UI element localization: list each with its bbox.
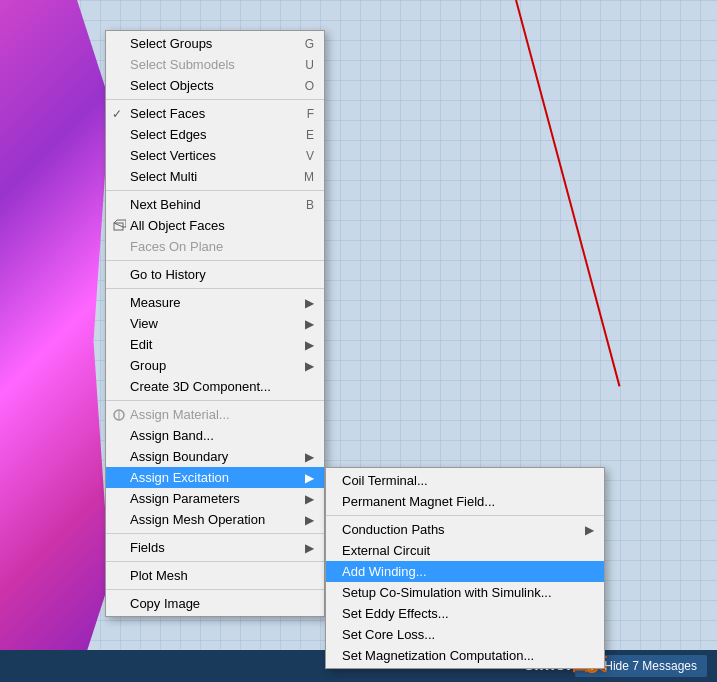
shortcut-select-objects: O <box>305 79 314 93</box>
menu-item-select-edges[interactable]: Select EdgesE <box>106 124 324 145</box>
submenu-label-external-circuit: External Circuit <box>342 543 594 558</box>
menu-item-assign-boundary[interactable]: Assign Boundary▶ <box>106 446 324 467</box>
menu-separator-sep1 <box>106 99 324 100</box>
context-menu: Select GroupsGSelect SubmodelsUSelect Ob… <box>105 30 325 617</box>
menu-item-select-groups[interactable]: Select GroupsG <box>106 33 324 54</box>
menu-item-label-all-object-faces: All Object Faces <box>130 218 314 233</box>
menu-item-assign-parameters[interactable]: Assign Parameters▶ <box>106 488 324 509</box>
menu-separator-sep7 <box>106 561 324 562</box>
arrow-icon-assign-parameters: ▶ <box>305 492 314 506</box>
arrow-icon-edit: ▶ <box>305 338 314 352</box>
submenu-label-set-core-loss: Set Core Loss... <box>342 627 594 642</box>
menu-item-label-assign-band: Assign Band... <box>130 428 314 443</box>
menu-separator-sep4 <box>106 288 324 289</box>
menu-item-edit[interactable]: Edit▶ <box>106 334 324 355</box>
menu-item-label-assign-excitation: Assign Excitation <box>130 470 305 485</box>
submenu-item-conduction-paths[interactable]: Conduction Paths▶ <box>326 519 604 540</box>
menu-item-faces-on-plane: Faces On Plane <box>106 236 324 257</box>
menu-item-label-select-groups: Select Groups <box>130 36 305 51</box>
shortcut-next-behind: B <box>306 198 314 212</box>
menu-item-measure[interactable]: Measure▶ <box>106 292 324 313</box>
menu-item-next-behind[interactable]: Next BehindB <box>106 194 324 215</box>
menu-item-label-assign-mesh-operation: Assign Mesh Operation <box>130 512 305 527</box>
menu-separator-sep5 <box>106 400 324 401</box>
arrow-icon-assign-boundary: ▶ <box>305 450 314 464</box>
arrow-icon-view: ▶ <box>305 317 314 331</box>
arrow-icon-assign-excitation: ▶ <box>305 471 314 485</box>
submenu-label-conduction-paths: Conduction Paths <box>342 522 585 537</box>
menu-item-label-select-multi: Select Multi <box>130 169 304 184</box>
submenu-item-coil-terminal[interactable]: Coil Terminal... <box>326 470 604 491</box>
menu-item-label-fields: Fields <box>130 540 305 555</box>
hide-messages-label: Hide 7 Messages <box>604 659 697 673</box>
submenu-item-set-core-loss[interactable]: Set Core Loss... <box>326 624 604 645</box>
menu-item-label-next-behind: Next Behind <box>130 197 306 212</box>
menu-item-all-object-faces[interactable]: All Object Faces <box>106 215 324 236</box>
shortcut-select-faces: F <box>307 107 314 121</box>
submenu-label-permanent-magnet-field: Permanent Magnet Field... <box>342 494 594 509</box>
shortcut-select-vertices: V <box>306 149 314 163</box>
menu-item-select-submodels: Select SubmodelsU <box>106 54 324 75</box>
shortcut-select-groups: G <box>305 37 314 51</box>
menu-item-label-assign-material: Assign Material... <box>130 407 314 422</box>
arrow-icon-group: ▶ <box>305 359 314 373</box>
menu-item-label-create-3d-component: Create 3D Component... <box>130 379 314 394</box>
menu-item-label-faces-on-plane: Faces On Plane <box>130 239 314 254</box>
submenu-separator-sep1 <box>326 515 604 516</box>
arrow-icon-measure: ▶ <box>305 296 314 310</box>
menu-item-go-to-history[interactable]: Go to History <box>106 264 324 285</box>
submenu-item-add-winding[interactable]: Add Winding... <box>326 561 604 582</box>
menu-item-select-multi[interactable]: Select MultiM <box>106 166 324 187</box>
submenu-item-set-magnetization[interactable]: Set Magnetization Computation... <box>326 645 604 666</box>
menu-item-label-select-faces: Select Faces <box>130 106 307 121</box>
menu-item-label-copy-image: Copy Image <box>130 596 314 611</box>
submenu-excitation: Coil Terminal...Permanent Magnet Field..… <box>325 467 605 669</box>
menu-item-label-select-objects: Select Objects <box>130 78 305 93</box>
menu-item-label-select-edges: Select Edges <box>130 127 306 142</box>
submenu-label-set-magnetization: Set Magnetization Computation... <box>342 648 594 663</box>
menu-item-assign-mesh-operation[interactable]: Assign Mesh Operation▶ <box>106 509 324 530</box>
menu-item-label-assign-boundary: Assign Boundary <box>130 449 305 464</box>
menu-item-view[interactable]: View▶ <box>106 313 324 334</box>
submenu-item-setup-cosim[interactable]: Setup Co-Simulation with Simulink... <box>326 582 604 603</box>
menu-item-assign-excitation[interactable]: Assign Excitation▶ <box>106 467 324 488</box>
submenu-label-coil-terminal: Coil Terminal... <box>342 473 594 488</box>
menu-item-create-3d-component[interactable]: Create 3D Component... <box>106 376 324 397</box>
menu-item-select-vertices[interactable]: Select VerticesV <box>106 145 324 166</box>
submenu-label-set-eddy-effects: Set Eddy Effects... <box>342 606 594 621</box>
menu-item-assign-band[interactable]: Assign Band... <box>106 425 324 446</box>
menu-item-select-faces[interactable]: ✓Select FacesF <box>106 103 324 124</box>
material-icon-assign-material <box>111 407 127 423</box>
menu-item-assign-material: Assign Material... <box>106 404 324 425</box>
menu-separator-sep8 <box>106 589 324 590</box>
submenu-label-add-winding: Add Winding... <box>342 564 594 579</box>
cube-icon-all-object-faces <box>111 218 127 234</box>
menu-item-label-view: View <box>130 316 305 331</box>
menu-item-fields[interactable]: Fields▶ <box>106 537 324 558</box>
menu-separator-sep2 <box>106 190 324 191</box>
arrow-icon-assign-mesh-operation: ▶ <box>305 513 314 527</box>
arrow-icon-fields: ▶ <box>305 541 314 555</box>
menu-item-label-assign-parameters: Assign Parameters <box>130 491 305 506</box>
submenu-item-permanent-magnet-field[interactable]: Permanent Magnet Field... <box>326 491 604 512</box>
menu-item-label-measure: Measure <box>130 295 305 310</box>
menu-item-label-go-to-history: Go to History <box>130 267 314 282</box>
shortcut-select-submodels: U <box>305 58 314 72</box>
menu-item-label-plot-mesh: Plot Mesh <box>130 568 314 583</box>
shortcut-select-edges: E <box>306 128 314 142</box>
submenu-item-set-eddy-effects[interactable]: Set Eddy Effects... <box>326 603 604 624</box>
menu-item-label-group: Group <box>130 358 305 373</box>
menu-separator-sep3 <box>106 260 324 261</box>
submenu-item-external-circuit[interactable]: External Circuit <box>326 540 604 561</box>
menu-separator-sep6 <box>106 533 324 534</box>
menu-item-label-select-submodels: Select Submodels <box>130 57 305 72</box>
submenu-arrow-conduction-paths: ▶ <box>585 523 594 537</box>
check-icon-select-faces: ✓ <box>112 107 122 121</box>
menu-item-label-select-vertices: Select Vertices <box>130 148 306 163</box>
shortcut-select-multi: M <box>304 170 314 184</box>
menu-item-copy-image[interactable]: Copy Image <box>106 593 324 614</box>
menu-item-select-objects[interactable]: Select ObjectsO <box>106 75 324 96</box>
menu-item-label-edit: Edit <box>130 337 305 352</box>
menu-item-plot-mesh[interactable]: Plot Mesh <box>106 565 324 586</box>
menu-item-group[interactable]: Group▶ <box>106 355 324 376</box>
